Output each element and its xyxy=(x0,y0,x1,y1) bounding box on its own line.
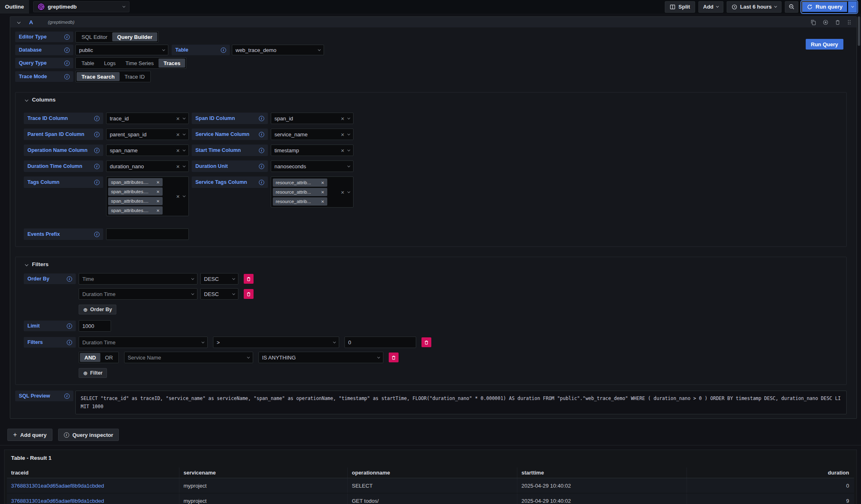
column-header-operationname[interactable]: operationname xyxy=(348,468,517,478)
info-icon[interactable] xyxy=(221,47,226,53)
delete-order-by-button[interactable] xyxy=(244,289,254,299)
query-row-header[interactable]: A (greptimedb) xyxy=(10,17,856,27)
span-id-column-select[interactable]: span_id xyxy=(271,113,353,124)
add-query-button[interactable]: Add query xyxy=(7,429,52,441)
info-icon[interactable] xyxy=(259,132,264,137)
info-icon[interactable] xyxy=(64,61,70,66)
clear-icon[interactable] xyxy=(176,115,180,122)
remove-tag-icon[interactable] xyxy=(156,208,160,213)
clear-icon[interactable] xyxy=(176,131,180,138)
tab-logs[interactable]: Logs xyxy=(99,59,120,68)
add-button[interactable]: Add xyxy=(698,1,723,13)
add-order-by-button[interactable]: Order By xyxy=(79,305,116,314)
info-icon[interactable] xyxy=(94,148,100,153)
tag-chip[interactable]: resource_attrib... xyxy=(273,197,327,206)
delete-filter-button[interactable] xyxy=(421,337,431,347)
disable-query-icon[interactable] xyxy=(822,19,829,25)
info-icon[interactable] xyxy=(67,340,72,345)
info-icon[interactable] xyxy=(94,132,100,137)
collapse-query-icon[interactable] xyxy=(17,20,20,24)
run-query-button[interactable]: Run query xyxy=(802,1,848,13)
order-by-direction-select[interactable]: DESC xyxy=(200,288,238,300)
service-name-column-select[interactable]: service_name xyxy=(271,129,353,140)
logic-or-option[interactable]: OR xyxy=(100,353,118,362)
info-icon[interactable] xyxy=(259,116,264,121)
info-icon[interactable] xyxy=(94,116,100,121)
tab-query-builder[interactable]: Query Builder xyxy=(112,32,157,41)
info-icon[interactable] xyxy=(94,180,100,185)
delete-order-by-button[interactable] xyxy=(244,274,254,284)
events-prefix-input[interactable] xyxy=(106,228,189,240)
tag-chip[interactable]: resource_attrib... xyxy=(273,188,327,196)
collapse-section-icon[interactable] xyxy=(25,98,28,101)
info-icon[interactable] xyxy=(259,148,264,153)
duplicate-query-icon[interactable] xyxy=(810,19,816,25)
column-header-traceid[interactable]: traceid xyxy=(7,468,179,478)
info-icon[interactable] xyxy=(64,34,70,40)
filter-field-select[interactable]: Service Name xyxy=(124,352,253,363)
query-inspector-button[interactable]: Query inspector xyxy=(58,429,119,441)
time-range-picker[interactable]: Last 6 hours xyxy=(727,1,782,13)
table-select[interactable]: web_trace_demo xyxy=(232,45,324,55)
service-tags-column-multiselect[interactable]: resource_attrib... resource_attrib... re… xyxy=(271,176,353,208)
clear-icon[interactable] xyxy=(341,115,344,122)
info-icon[interactable] xyxy=(259,180,264,185)
column-header-starttime[interactable]: starttime xyxy=(517,468,687,478)
columns-section-header[interactable]: Columns xyxy=(24,97,841,103)
info-icon[interactable] xyxy=(259,164,264,169)
filter-operator-select[interactable]: IS ANYTHING xyxy=(258,352,383,363)
filter-operator-select[interactable]: > xyxy=(213,337,339,348)
remove-tag-icon[interactable] xyxy=(321,190,324,194)
tab-trace-id[interactable]: Trace ID xyxy=(120,72,150,81)
info-icon[interactable] xyxy=(64,47,70,53)
tag-chip[interactable]: resource_attrib... xyxy=(273,179,327,187)
info-icon[interactable] xyxy=(94,164,100,169)
delete-filter-button[interactable] xyxy=(389,353,399,362)
order-by-field-select[interactable]: Duration Time xyxy=(79,288,197,300)
order-by-direction-select[interactable]: DESC xyxy=(200,273,238,285)
tab-trace-search[interactable]: Trace Search xyxy=(77,72,120,81)
remove-tag-icon[interactable] xyxy=(321,199,324,204)
clear-icon[interactable] xyxy=(341,147,344,154)
clear-all-icon[interactable] xyxy=(176,193,180,199)
tags-column-multiselect[interactable]: span_attributes.... span_attributes.... … xyxy=(106,176,189,216)
info-icon[interactable] xyxy=(67,323,72,329)
logic-and-option[interactable]: AND xyxy=(80,353,100,362)
clear-icon[interactable] xyxy=(176,163,180,170)
clear-icon[interactable] xyxy=(176,147,180,154)
tag-chip[interactable]: span_attributes.... xyxy=(108,206,163,215)
split-button[interactable]: Split xyxy=(665,1,695,13)
panel-run-query-button[interactable]: Run Query xyxy=(806,39,843,50)
remove-tag-icon[interactable] xyxy=(156,180,160,185)
add-filter-button[interactable]: Filter xyxy=(79,368,107,378)
trace-id-link[interactable]: 3768831301ea0d65adaef8b9da1cbded xyxy=(11,483,104,489)
info-icon[interactable] xyxy=(64,393,70,399)
clear-icon[interactable] xyxy=(341,131,344,138)
filters-section-header[interactable]: Filters xyxy=(24,261,841,267)
run-query-options-button[interactable] xyxy=(848,1,857,13)
tag-chip[interactable]: span_attributes.... xyxy=(108,188,163,196)
info-icon[interactable] xyxy=(64,74,70,79)
tab-traces[interactable]: Traces xyxy=(159,59,185,68)
order-by-field-select[interactable]: Time xyxy=(79,273,197,285)
remove-tag-icon[interactable] xyxy=(321,180,324,185)
trace-id-link[interactable]: 3768831301ea0d65adaef8b9da1cbded xyxy=(11,498,104,504)
tag-chip[interactable]: span_attributes.... xyxy=(108,178,163,186)
remove-tag-icon[interactable] xyxy=(156,199,160,203)
tab-table[interactable]: Table xyxy=(77,59,99,68)
remove-query-icon[interactable] xyxy=(835,19,841,25)
outline-toggle[interactable]: Outline xyxy=(0,0,29,14)
datasource-picker[interactable]: greptimedb xyxy=(33,1,129,12)
collapse-section-icon[interactable] xyxy=(25,262,28,266)
drag-handle-icon[interactable] xyxy=(847,19,852,25)
column-header-servicename[interactable]: servicename xyxy=(179,468,348,478)
limit-input[interactable]: 1000 xyxy=(79,320,111,332)
parent-span-id-column-select[interactable]: parent_span_id xyxy=(106,129,189,140)
scrollbar-thumb[interactable] xyxy=(858,16,860,46)
remove-tag-icon[interactable] xyxy=(156,189,160,194)
clear-all-icon[interactable] xyxy=(341,189,344,195)
duration-time-column-select[interactable]: duration_nano xyxy=(106,160,189,172)
trace-id-column-select[interactable]: trace_id xyxy=(106,113,189,124)
operation-name-column-select[interactable]: span_name xyxy=(106,145,189,156)
tag-chip[interactable]: span_attributes.... xyxy=(108,197,163,205)
